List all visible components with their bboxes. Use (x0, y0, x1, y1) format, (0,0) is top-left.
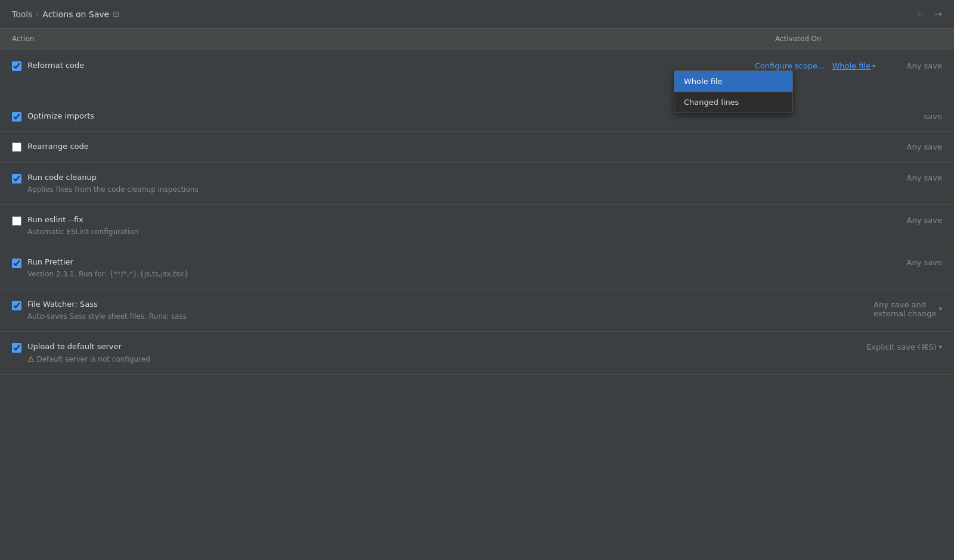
rearrange-activated: Any save (882, 142, 942, 151)
file-watcher-sass-checkbox[interactable] (12, 301, 21, 310)
configure-scope-link[interactable]: Configure scope... (755, 61, 825, 70)
table-row: Run Prettier Version 2.3.1. Run for: {**… (0, 247, 954, 290)
nav-forward-button[interactable]: → (934, 8, 942, 20)
row-right-upload: Explicit save (⌘S) ▾ (715, 341, 942, 351)
upload-activated-chevron-icon: ▾ (938, 343, 942, 351)
run-eslint-checkbox[interactable] (12, 216, 21, 226)
row-right-reformat: Configure scope... Whole file ▾ Any save (715, 61, 942, 70)
row-right-cleanup: Any save (715, 172, 942, 182)
run-code-cleanup-subtitle: Applies fixes from the code cleanup insp… (27, 185, 715, 195)
run-eslint-subtitle: Automatic ESLint configuration (27, 227, 715, 237)
rearrange-code-title: Rearrange code (27, 141, 715, 152)
row-right-sass: Any save andexternal change ▾ (715, 299, 942, 318)
rearrange-code-content: Rearrange code (27, 141, 715, 152)
whole-file-label: Whole file (832, 61, 871, 70)
dropdown-option-whole-file[interactable]: Whole file (674, 71, 792, 92)
table-row: File Watcher: Sass Auto-saves Sass style… (0, 290, 954, 332)
row-right-rearrange: Any save (715, 142, 942, 151)
table-header: Action Activated On (0, 29, 954, 49)
file-watcher-sass-subtitle: Auto-saves Sass style sheet files. Runs:… (27, 312, 715, 322)
sass-activated-text: Any save andexternal change (874, 300, 936, 318)
breadcrumb-separator: › (36, 10, 39, 18)
table-row: Run code cleanup Applies fixes from the … (0, 163, 954, 205)
row-left-eslint: Run eslint --fix Automatic ESLint config… (12, 214, 715, 237)
run-code-cleanup-title: Run code cleanup (27, 172, 715, 183)
optimize-imports-content: Optimize imports (27, 111, 715, 122)
page-title: Actions on Save (42, 10, 109, 19)
eslint-activated: Any save (882, 216, 942, 225)
actions-table: Action Activated On Reformat code Config… (0, 29, 954, 375)
reformat-checkbox[interactable] (12, 61, 21, 71)
run-prettier-title: Run Prettier (27, 257, 715, 267)
row-left-cleanup: Run code cleanup Applies fixes from the … (12, 172, 715, 195)
reformat-title: Reformat code (27, 60, 715, 71)
sass-activated: Any save andexternal change ▾ (874, 300, 942, 318)
file-watcher-sass-content: File Watcher: Sass Auto-saves Sass style… (27, 299, 715, 322)
row-left-prettier: Run Prettier Version 2.3.1. Run for: {**… (12, 257, 715, 279)
table-row: Optimize imports save (0, 101, 954, 132)
optimize-imports-title: Optimize imports (27, 111, 715, 122)
upload-activated[interactable]: Explicit save (⌘S) ▾ (866, 343, 942, 351)
run-eslint-content: Run eslint --fix Automatic ESLint config… (27, 214, 715, 237)
reformat-content: Reformat code (27, 60, 715, 71)
upload-server-title: Upload to default server (27, 341, 715, 352)
whole-file-dropdown[interactable]: Whole file ▾ (832, 61, 875, 70)
cleanup-activated: Any save (882, 173, 942, 182)
table-row: Reformat code Configure scope... Whole f… (0, 49, 954, 101)
rearrange-code-checkbox[interactable] (12, 142, 21, 152)
row-left-rearrange: Rearrange code (12, 141, 715, 152)
column-action-header: Action (12, 35, 775, 43)
nav-controls: ← → (916, 8, 942, 20)
row-right-prettier: Any save (715, 257, 942, 267)
run-eslint-title: Run eslint --fix (27, 214, 715, 225)
run-code-cleanup-checkbox[interactable] (12, 174, 21, 183)
dropdown-option-changed-lines[interactable]: Changed lines (674, 92, 792, 113)
breadcrumb-tools[interactable]: Tools (12, 10, 33, 19)
run-prettier-subtitle: Version 2.3.1. Run for: {**/*,*}.{js,ts,… (27, 269, 715, 279)
table-row: Rearrange code Any save (0, 132, 954, 162)
table-row: Upload to default server ⚠ Default serve… (0, 332, 954, 375)
row-left-reformat: Reformat code (12, 60, 715, 71)
reformat-activated: Any save (882, 61, 942, 70)
table-row: Run eslint --fix Automatic ESLint config… (0, 205, 954, 247)
optimize-imports-activated: save (882, 112, 942, 121)
dropdown-chevron-icon: ▾ (872, 63, 875, 69)
run-code-cleanup-content: Run code cleanup Applies fixes from the … (27, 172, 715, 195)
breadcrumb: Tools › Actions on Save ⊟ (12, 10, 119, 19)
upload-server-checkbox[interactable] (12, 343, 21, 353)
scope-dropdown-popup: Whole file Changed lines (674, 70, 793, 113)
header: Tools › Actions on Save ⊟ ← → (0, 0, 954, 29)
run-prettier-content: Run Prettier Version 2.3.1. Run for: {**… (27, 257, 715, 279)
upload-activated-text: Explicit save (⌘S) (866, 343, 936, 351)
column-activated-header: Activated On (775, 35, 942, 43)
row-left-sass: File Watcher: Sass Auto-saves Sass style… (12, 299, 715, 322)
settings-icon[interactable]: ⊟ (113, 10, 119, 18)
run-prettier-checkbox[interactable] (12, 259, 21, 268)
nav-back-button[interactable]: ← (916, 8, 924, 20)
sass-activated-chevron-icon[interactable]: ▾ (938, 305, 942, 313)
file-watcher-sass-title: File Watcher: Sass (27, 299, 715, 310)
prettier-activated: Any save (882, 258, 942, 267)
row-right-eslint: Any save (715, 214, 942, 225)
warning-icon: ⚠ (27, 354, 35, 363)
row-left-upload: Upload to default server ⚠ Default serve… (12, 341, 715, 365)
upload-server-content: Upload to default server ⚠ Default serve… (27, 341, 715, 365)
row-right-optimize: save (715, 112, 942, 121)
upload-server-subtitle: ⚠ Default server is not configured (27, 354, 715, 365)
optimize-imports-checkbox[interactable] (12, 112, 21, 122)
row-left-optimize: Optimize imports (12, 111, 715, 122)
